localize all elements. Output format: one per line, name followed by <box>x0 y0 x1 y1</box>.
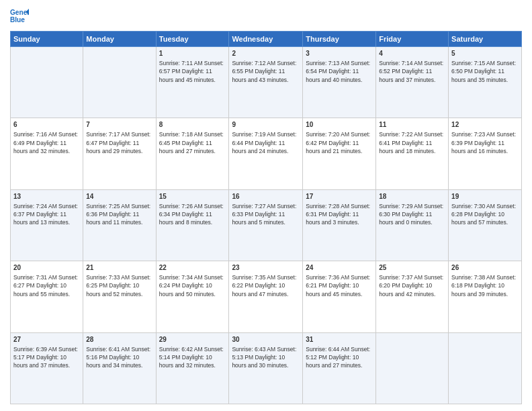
day-number: 28 <box>86 335 152 345</box>
day-info: Sunrise: 6:43 AM Sunset: 5:13 PM Dayligh… <box>232 345 300 370</box>
calendar-cell: 21Sunrise: 7:33 AM Sunset: 6:25 PM Dayli… <box>83 261 156 332</box>
calendar-cell: 11Sunrise: 7:22 AM Sunset: 6:41 PM Dayli… <box>376 118 449 189</box>
day-info: Sunrise: 7:24 AM Sunset: 6:37 PM Dayligh… <box>13 202 80 227</box>
day-info: Sunrise: 7:15 AM Sunset: 6:50 PM Dayligh… <box>451 59 519 84</box>
day-info: Sunrise: 7:37 AM Sunset: 6:20 PM Dayligh… <box>379 273 445 298</box>
day-number: 19 <box>451 192 519 201</box>
calendar-week-row: 1Sunrise: 7:11 AM Sunset: 6:57 PM Daylig… <box>11 47 522 118</box>
day-info: Sunrise: 7:33 AM Sunset: 6:25 PM Dayligh… <box>86 273 152 298</box>
day-number: 12 <box>451 120 519 130</box>
day-number: 25 <box>379 263 445 273</box>
day-info: Sunrise: 7:22 AM Sunset: 6:41 PM Dayligh… <box>379 130 445 155</box>
calendar-cell <box>376 332 449 404</box>
day-number: 10 <box>306 120 373 130</box>
weekday-header-cell: Monday <box>83 32 156 47</box>
day-info: Sunrise: 7:18 AM Sunset: 6:45 PM Dayligh… <box>159 130 226 155</box>
calendar-cell: 15Sunrise: 7:26 AM Sunset: 6:34 PM Dayli… <box>156 189 229 261</box>
calendar-cell: 2Sunrise: 7:12 AM Sunset: 6:55 PM Daylig… <box>229 47 303 118</box>
weekday-header-cell: Wednesday <box>229 32 303 47</box>
calendar-cell: 8Sunrise: 7:18 AM Sunset: 6:45 PM Daylig… <box>156 118 229 189</box>
day-number: 30 <box>232 335 300 345</box>
calendar-cell: 18Sunrise: 7:29 AM Sunset: 6:30 PM Dayli… <box>376 189 449 261</box>
calendar-cell: 28Sunrise: 6:41 AM Sunset: 5:16 PM Dayli… <box>83 332 156 404</box>
header: General Blue <box>10 7 522 26</box>
calendar-cell: 25Sunrise: 7:37 AM Sunset: 6:20 PM Dayli… <box>376 261 449 332</box>
calendar-cell: 14Sunrise: 7:25 AM Sunset: 6:36 PM Dayli… <box>83 189 156 261</box>
day-number: 31 <box>306 335 373 345</box>
day-info: Sunrise: 6:41 AM Sunset: 5:16 PM Dayligh… <box>86 345 152 370</box>
day-info: Sunrise: 7:14 AM Sunset: 6:52 PM Dayligh… <box>379 59 445 84</box>
day-number: 27 <box>13 335 80 345</box>
calendar-table: SundayMondayTuesdayWednesdayThursdayFrid… <box>10 31 522 404</box>
day-number: 23 <box>232 263 300 273</box>
svg-text:General: General <box>10 9 29 16</box>
day-info: Sunrise: 7:29 AM Sunset: 6:30 PM Dayligh… <box>379 202 445 227</box>
calendar-cell: 20Sunrise: 7:31 AM Sunset: 6:27 PM Dayli… <box>11 261 83 332</box>
calendar-cell <box>11 47 83 118</box>
day-info: Sunrise: 7:20 AM Sunset: 6:42 PM Dayligh… <box>306 130 373 155</box>
day-number: 13 <box>13 192 80 201</box>
weekday-header-cell: Sunday <box>11 32 83 47</box>
day-info: Sunrise: 7:35 AM Sunset: 6:22 PM Dayligh… <box>232 273 300 298</box>
weekday-header-cell: Saturday <box>449 32 522 47</box>
day-number: 4 <box>379 49 445 58</box>
calendar-cell: 10Sunrise: 7:20 AM Sunset: 6:42 PM Dayli… <box>303 118 376 189</box>
calendar-cell: 16Sunrise: 7:27 AM Sunset: 6:33 PM Dayli… <box>229 189 303 261</box>
day-number: 5 <box>451 49 519 58</box>
day-info: Sunrise: 7:36 AM Sunset: 6:21 PM Dayligh… <box>306 273 373 298</box>
day-info: Sunrise: 7:11 AM Sunset: 6:57 PM Dayligh… <box>159 59 226 84</box>
day-info: Sunrise: 7:25 AM Sunset: 6:36 PM Dayligh… <box>86 202 152 227</box>
calendar-cell: 17Sunrise: 7:28 AM Sunset: 6:31 PM Dayli… <box>303 189 376 261</box>
calendar-cell: 23Sunrise: 7:35 AM Sunset: 6:22 PM Dayli… <box>229 261 303 332</box>
calendar-cell: 29Sunrise: 6:42 AM Sunset: 5:14 PM Dayli… <box>156 332 229 404</box>
calendar-week-row: 13Sunrise: 7:24 AM Sunset: 6:37 PM Dayli… <box>11 189 522 261</box>
calendar-cell: 24Sunrise: 7:36 AM Sunset: 6:21 PM Dayli… <box>303 261 376 332</box>
day-info: Sunrise: 7:27 AM Sunset: 6:33 PM Dayligh… <box>232 202 300 227</box>
day-info: Sunrise: 7:23 AM Sunset: 6:39 PM Dayligh… <box>451 130 519 155</box>
day-info: Sunrise: 7:30 AM Sunset: 6:28 PM Dayligh… <box>451 202 519 227</box>
svg-text:Blue: Blue <box>10 16 25 24</box>
calendar-cell: 4Sunrise: 7:14 AM Sunset: 6:52 PM Daylig… <box>376 47 449 118</box>
day-number: 8 <box>159 120 226 130</box>
day-info: Sunrise: 7:26 AM Sunset: 6:34 PM Dayligh… <box>159 202 226 227</box>
day-number: 14 <box>86 192 152 201</box>
day-number: 16 <box>232 192 300 201</box>
day-number: 7 <box>86 120 152 130</box>
calendar-cell <box>449 332 522 404</box>
day-number: 21 <box>86 263 152 273</box>
calendar-cell: 9Sunrise: 7:19 AM Sunset: 6:44 PM Daylig… <box>229 118 303 189</box>
calendar-week-row: 27Sunrise: 6:39 AM Sunset: 5:17 PM Dayli… <box>11 332 522 404</box>
day-number: 9 <box>232 120 300 130</box>
day-number: 29 <box>159 335 226 345</box>
calendar-cell: 6Sunrise: 7:16 AM Sunset: 6:49 PM Daylig… <box>11 118 83 189</box>
day-info: Sunrise: 7:28 AM Sunset: 6:31 PM Dayligh… <box>306 202 373 227</box>
day-info: Sunrise: 7:12 AM Sunset: 6:55 PM Dayligh… <box>232 59 300 84</box>
logo: General Blue <box>10 7 29 26</box>
calendar-week-row: 6Sunrise: 7:16 AM Sunset: 6:49 PM Daylig… <box>11 118 522 189</box>
calendar-cell: 12Sunrise: 7:23 AM Sunset: 6:39 PM Dayli… <box>449 118 522 189</box>
calendar-cell: 26Sunrise: 7:38 AM Sunset: 6:18 PM Dayli… <box>449 261 522 332</box>
day-info: Sunrise: 7:38 AM Sunset: 6:18 PM Dayligh… <box>451 273 519 298</box>
day-number: 22 <box>159 263 226 273</box>
day-number: 17 <box>306 192 373 201</box>
day-number: 18 <box>379 192 445 201</box>
day-number: 20 <box>13 263 80 273</box>
day-info: Sunrise: 7:16 AM Sunset: 6:49 PM Dayligh… <box>13 130 80 155</box>
day-info: Sunrise: 7:17 AM Sunset: 6:47 PM Dayligh… <box>86 130 152 155</box>
calendar-cell: 7Sunrise: 7:17 AM Sunset: 6:47 PM Daylig… <box>83 118 156 189</box>
day-info: Sunrise: 6:42 AM Sunset: 5:14 PM Dayligh… <box>159 345 226 370</box>
calendar-cell: 1Sunrise: 7:11 AM Sunset: 6:57 PM Daylig… <box>156 47 229 118</box>
day-number: 2 <box>232 49 300 58</box>
day-info: Sunrise: 6:39 AM Sunset: 5:17 PM Dayligh… <box>13 345 80 370</box>
day-number: 26 <box>451 263 519 273</box>
day-number: 15 <box>159 192 226 201</box>
day-number: 6 <box>13 120 80 130</box>
day-number: 24 <box>306 263 373 273</box>
weekday-header-cell: Thursday <box>303 32 376 47</box>
logo-icon: General Blue <box>10 7 29 26</box>
calendar-cell: 19Sunrise: 7:30 AM Sunset: 6:28 PM Dayli… <box>449 189 522 261</box>
day-number: 1 <box>159 49 226 58</box>
weekday-header-row: SundayMondayTuesdayWednesdayThursdayFrid… <box>11 32 522 47</box>
calendar-cell: 3Sunrise: 7:13 AM Sunset: 6:54 PM Daylig… <box>303 47 376 118</box>
calendar-cell: 30Sunrise: 6:43 AM Sunset: 5:13 PM Dayli… <box>229 332 303 404</box>
